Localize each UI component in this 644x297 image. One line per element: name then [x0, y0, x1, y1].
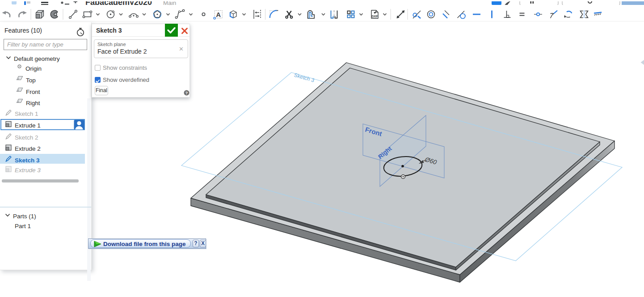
svg-text:Sketch 3: Sketch 3	[293, 72, 315, 83]
svg-text:DXF: DXF	[372, 15, 379, 18]
svg-text:Fabacademy2020: Fabacademy2020	[85, 1, 152, 5]
svg-text:A: A	[216, 11, 221, 18]
svg-text:?: ?	[185, 90, 188, 95]
svg-text:Main: Main	[163, 1, 176, 5]
